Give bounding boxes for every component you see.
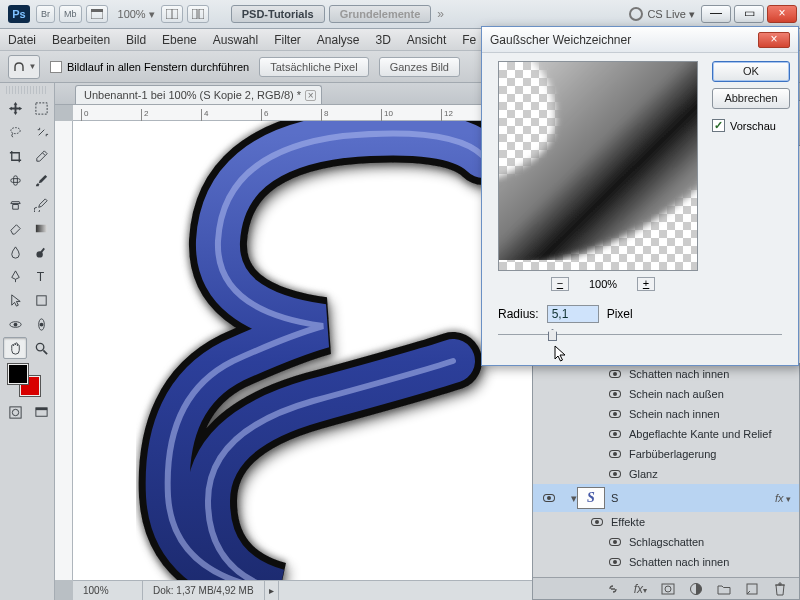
- pen-tool[interactable]: [3, 265, 27, 287]
- tool-preset-picker[interactable]: ▼: [8, 55, 40, 79]
- new-layer-icon[interactable]: [745, 582, 759, 596]
- visibility-icon[interactable]: [609, 470, 621, 478]
- status-doc-size[interactable]: Dok: 1,37 MB/4,92 MB: [143, 581, 265, 600]
- preview-checkbox[interactable]: ✓: [712, 119, 725, 132]
- visibility-icon[interactable]: [609, 390, 621, 398]
- type-tool[interactable]: T: [29, 265, 53, 287]
- layer-effect-row[interactable]: Schatten nach innen: [533, 364, 799, 384]
- actual-pixels-button[interactable]: Tatsächliche Pixel: [259, 57, 368, 77]
- layer-effect-row[interactable]: Schein nach außen: [533, 384, 799, 404]
- cs-live-button[interactable]: CS Live ▾: [629, 7, 695, 21]
- menu-analyse[interactable]: Analyse: [317, 33, 360, 47]
- screen-mode-button[interactable]: [86, 5, 108, 23]
- menu-ansicht[interactable]: Ansicht: [407, 33, 446, 47]
- blur-tool[interactable]: [3, 241, 27, 263]
- screen-mode-toggle[interactable]: [29, 401, 53, 423]
- eyedropper-tool[interactable]: [29, 145, 53, 167]
- workspace-grundelemente[interactable]: Grundelemente: [329, 5, 432, 23]
- window-maximize[interactable]: ▭: [734, 5, 764, 23]
- visibility-icon[interactable]: [591, 518, 603, 526]
- window-close[interactable]: ×: [767, 5, 797, 23]
- 3d-camera-tool[interactable]: [29, 313, 53, 335]
- marquee-tool[interactable]: [29, 97, 53, 119]
- crop-tool[interactable]: [3, 145, 27, 167]
- zoom-out-button[interactable]: −: [551, 277, 569, 291]
- lasso-tool[interactable]: [3, 121, 27, 143]
- layer-effect-row[interactable]: Schatten nach innen: [533, 552, 799, 572]
- window-minimize[interactable]: —: [701, 5, 731, 23]
- delete-layer-icon[interactable]: [773, 582, 787, 596]
- history-brush-tool[interactable]: [29, 193, 53, 215]
- ruler-vertical[interactable]: [55, 121, 73, 580]
- quick-mask-toggle[interactable]: [3, 401, 27, 423]
- layer-effects-header[interactable]: Effekte: [533, 512, 799, 532]
- brush-tool[interactable]: [29, 169, 53, 191]
- filter-preview[interactable]: [498, 61, 698, 271]
- arrange-documents-button[interactable]: [187, 5, 209, 23]
- menu-ebene[interactable]: Ebene: [162, 33, 197, 47]
- effects-label: Effekte: [611, 516, 645, 528]
- visibility-icon[interactable]: [609, 450, 621, 458]
- zoom-level[interactable]: 100% ▾: [118, 8, 155, 21]
- menu-bild[interactable]: Bild: [126, 33, 146, 47]
- workspace-psd-tutorials[interactable]: PSD-Tutorials: [231, 5, 325, 23]
- layer-row-selected[interactable]: ▾ S S fx: [533, 484, 799, 512]
- visibility-icon[interactable]: [609, 410, 621, 418]
- visibility-icon[interactable]: [609, 558, 621, 566]
- healing-brush-tool[interactable]: [3, 169, 27, 191]
- gradient-tool[interactable]: [29, 217, 53, 239]
- visibility-icon[interactable]: [609, 430, 621, 438]
- visibility-icon[interactable]: [609, 370, 621, 378]
- document-tab-close[interactable]: ×: [305, 90, 316, 101]
- status-more[interactable]: ▸: [265, 581, 279, 600]
- 3d-rotate-tool[interactable]: [3, 313, 27, 335]
- ok-button[interactable]: OK: [712, 61, 790, 82]
- clone-stamp-tool[interactable]: [3, 193, 27, 215]
- fx-badge[interactable]: fx: [775, 492, 791, 504]
- dodge-tool[interactable]: [29, 241, 53, 263]
- bridge-button[interactable]: Br: [36, 5, 55, 23]
- scroll-all-windows-checkbox[interactable]: [50, 61, 62, 73]
- layer-mask-icon[interactable]: [661, 582, 675, 596]
- layer-effect-row[interactable]: Glanz: [533, 464, 799, 484]
- layer-thumbnail[interactable]: S: [577, 487, 605, 509]
- magic-wand-tool[interactable]: [29, 121, 53, 143]
- layer-effect-row[interactable]: Farbüberlagerung: [533, 444, 799, 464]
- visibility-icon[interactable]: [609, 538, 621, 546]
- hand-tool[interactable]: [3, 337, 27, 359]
- menu-bearbeiten[interactable]: Bearbeiten: [52, 33, 110, 47]
- workspace-more[interactable]: »: [437, 7, 444, 21]
- slider-thumb[interactable]: [548, 329, 557, 341]
- view-extras-button[interactable]: [161, 5, 183, 23]
- zoom-tool[interactable]: [29, 337, 53, 359]
- path-selection-tool[interactable]: [3, 289, 27, 311]
- menu-datei[interactable]: Datei: [8, 33, 36, 47]
- layer-effect-row[interactable]: Schein nach innen: [533, 404, 799, 424]
- fit-screen-button[interactable]: Ganzes Bild: [379, 57, 460, 77]
- menu-auswahl[interactable]: Auswahl: [213, 33, 258, 47]
- foreground-color[interactable]: [8, 364, 28, 384]
- shape-tool[interactable]: [29, 289, 53, 311]
- radius-slider[interactable]: [498, 327, 782, 343]
- document-tab[interactable]: Unbenannt-1 bei 100% (S Kopie 2, RGB/8) …: [75, 85, 322, 104]
- toolbox-grip[interactable]: [6, 86, 48, 94]
- eraser-tool[interactable]: [3, 217, 27, 239]
- zoom-in-button[interactable]: +: [637, 277, 655, 291]
- menu-fenster[interactable]: Fe: [462, 33, 476, 47]
- visibility-icon[interactable]: [543, 494, 555, 502]
- menu-filter[interactable]: Filter: [274, 33, 301, 47]
- layer-style-icon[interactable]: fx▾: [634, 582, 647, 596]
- status-zoom[interactable]: 100%: [73, 581, 143, 600]
- link-layers-icon[interactable]: [606, 582, 620, 596]
- adjustment-layer-icon[interactable]: [689, 582, 703, 596]
- cancel-button[interactable]: Abbrechen: [712, 88, 790, 109]
- radius-input[interactable]: [547, 305, 599, 323]
- minibridge-button[interactable]: Mb: [59, 5, 82, 23]
- layer-group-icon[interactable]: [717, 582, 731, 596]
- dialog-close[interactable]: ×: [758, 32, 790, 48]
- layer-effect-row[interactable]: Schlagschatten: [533, 532, 799, 552]
- menu-3d[interactable]: 3D: [376, 33, 391, 47]
- layer-effect-row[interactable]: Abgeflachte Kante und Relief: [533, 424, 799, 444]
- move-tool[interactable]: [3, 97, 27, 119]
- color-swatches[interactable]: [8, 364, 40, 396]
